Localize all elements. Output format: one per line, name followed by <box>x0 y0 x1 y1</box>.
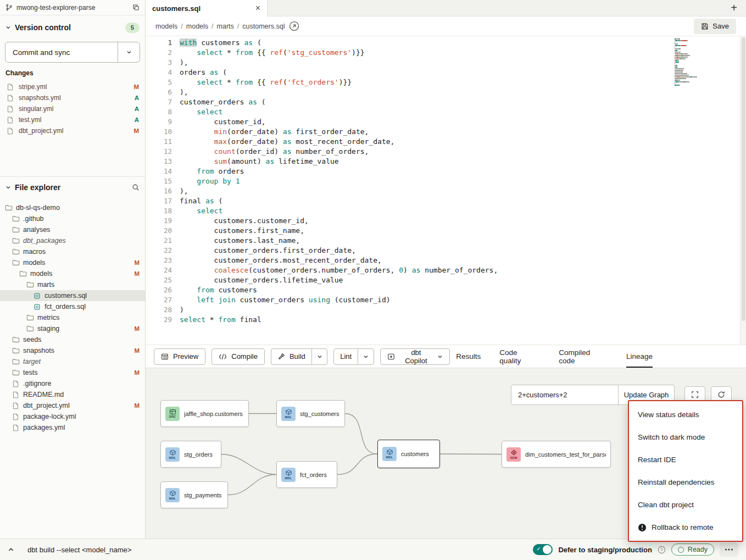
status-badge: Ready <box>671 544 714 556</box>
change-row[interactable]: snapshots.ymlA <box>0 92 145 103</box>
minimap[interactable] <box>675 38 708 86</box>
code-line: group by 1 <box>180 176 746 186</box>
tree-item-snapshots[interactable]: snapshotsM <box>0 345 145 356</box>
code-content[interactable]: with customers as ( select * from {{ ref… <box>180 36 746 345</box>
search-icon[interactable] <box>132 184 140 191</box>
folder-icon <box>12 248 20 256</box>
tree-item-name: packages.yml <box>23 424 65 431</box>
save-button[interactable]: Save <box>694 19 736 34</box>
chevron-up-icon[interactable] <box>8 546 14 553</box>
tree-item-marts[interactable]: marts <box>0 279 145 290</box>
lineage-node-fct_orders[interactable]: MDLfct_orders <box>276 461 337 488</box>
file-explorer-header[interactable]: File explorer <box>0 178 145 197</box>
menu-item-label: Switch to dark mode <box>638 433 705 441</box>
lint-options-dropdown[interactable] <box>358 349 374 364</box>
build-options-dropdown[interactable] <box>311 349 327 364</box>
tree-item-readme-md[interactable]: README.md <box>0 389 145 400</box>
help-icon[interactable]: ? <box>658 546 666 554</box>
command-hint[interactable]: dbt build --select <model_name> <box>27 546 131 554</box>
lint-label: Lint <box>340 352 352 361</box>
code-line: coalesce(customer_orders.number_of_order… <box>180 265 746 275</box>
tab-title: customers.sql <box>152 4 251 13</box>
mdl-node-icon: MDL <box>382 447 397 461</box>
tree-item-macros[interactable]: macros <box>0 246 145 257</box>
breadcrumb-segment[interactable]: models <box>186 23 208 30</box>
tree-item-dbt-packages[interactable]: dbt_packages <box>0 235 145 246</box>
tab-results[interactable]: Results <box>456 345 481 368</box>
tree-item--github[interactable]: .github <box>0 213 145 224</box>
tab-compiled-code[interactable]: Compiled code <box>559 345 608 368</box>
code-line: customer_orders.lifetime_value <box>180 275 746 285</box>
preview-button[interactable]: Preview <box>154 348 205 365</box>
git-status-badge: M <box>133 84 139 90</box>
tree-item-target[interactable]: target <box>0 356 145 367</box>
version-control-header[interactable]: Version control 5 <box>0 18 145 37</box>
menu-item-label: View status details <box>638 411 699 419</box>
tab-customers-sql[interactable]: customers.sql × <box>146 0 268 16</box>
lineage-node-dim[interactable]: SEMdim_customers_test_for_parse <box>502 441 611 468</box>
build-button[interactable]: Build <box>271 349 311 364</box>
defer-toggle[interactable]: ✓ <box>533 544 553 555</box>
menu-item-rollback-to-remote[interactable]: Rollback to remote <box>629 516 742 539</box>
breadcrumb-segment[interactable]: marts <box>217 23 234 30</box>
chevron-down-icon <box>437 354 443 359</box>
folder-icon <box>12 369 20 376</box>
tree-item-db-sl-qs-demo[interactable]: db-sl-qs-demo <box>0 202 145 213</box>
tab-code-quality[interactable]: Code quality <box>499 345 540 368</box>
lineage-node-stg_customers[interactable]: MDLstg_customers <box>276 400 345 427</box>
change-row[interactable]: stripe.ymlM <box>0 81 145 92</box>
folder-icon <box>12 336 20 343</box>
tree-item-packages-yml[interactable]: packages.yml <box>0 422 145 433</box>
change-row[interactable]: dbt_project.ymlM <box>0 125 145 136</box>
tree-item-models[interactable]: modelsM <box>0 257 145 268</box>
breadcrumb-segment[interactable]: models <box>155 23 177 30</box>
tree-item-name: db-sl-qs-demo <box>16 204 60 212</box>
change-row[interactable]: singular.ymlA <box>0 103 145 114</box>
change-file-name: test.yml <box>19 116 130 124</box>
menu-item-switch-to-dark-mode[interactable]: Switch to dark mode <box>629 426 742 448</box>
tree-item--gitignore[interactable]: .gitignore <box>0 378 145 389</box>
menu-item-view-status-details[interactable]: View status details <box>629 403 742 426</box>
code-line: customer_orders.most_recent_order_date, <box>180 256 746 265</box>
dbt-cloud-ide: mwong-test-explorer-parse Version contro… <box>0 0 746 560</box>
tree-item-fct-orders-sql[interactable]: fct_orders.sql <box>0 301 145 312</box>
tree-item-seeds[interactable]: seeds <box>0 334 145 345</box>
tree-item-analyses[interactable]: analyses <box>0 224 145 235</box>
close-tab-icon[interactable]: × <box>255 4 260 13</box>
tree-item-name: tests <box>23 369 37 376</box>
tree-item-staging[interactable]: stagingM <box>0 323 145 334</box>
menu-item-clean-dbt-project[interactable]: Clean dbt project <box>629 494 742 516</box>
dbt-copilot-button[interactable]: dbt Copilot <box>380 348 450 365</box>
change-row[interactable]: test.ymlA <box>0 114 145 125</box>
lineage-node-stg_orders[interactable]: MDLstg_orders <box>160 441 221 468</box>
code-line: sum(amount) as lifetime_value <box>180 157 746 167</box>
tree-item-dbt-project-yml[interactable]: dbt_project.ymlM <box>0 400 145 411</box>
tree-item-package-lock-yml[interactable]: package-lock.yml <box>0 411 145 422</box>
lineage-node-jaffle[interactable]: SRCjaffle_shop.customers <box>160 400 249 427</box>
commit-and-sync-label[interactable]: Commit and sync <box>5 42 118 62</box>
compile-button[interactable]: Compile <box>211 348 265 365</box>
version-control-title: Version control <box>15 23 71 32</box>
editor-scrollbar[interactable] <box>740 36 746 345</box>
preview-label: Preview <box>173 352 198 361</box>
menu-item-restart-ide[interactable]: Restart IDE <box>629 448 742 471</box>
tree-item-metrics[interactable]: metrics <box>0 312 145 323</box>
tab-lineage[interactable]: Lineage <box>626 345 653 368</box>
folder-icon <box>26 281 34 289</box>
tree-item-models[interactable]: modelsM <box>0 268 145 279</box>
tree-item-tests[interactable]: testsM <box>0 367 145 378</box>
lineage-node-customers[interactable]: MDLcustomers <box>377 440 440 468</box>
commit-options-dropdown[interactable] <box>118 42 140 62</box>
menu-item-reinstall-dependencies[interactable]: Reinstall dependencies <box>629 471 742 494</box>
lineage-selector-input[interactable] <box>511 385 619 405</box>
lineage-node-stg_payments[interactable]: MDLstg_payments <box>160 481 228 508</box>
file-icon <box>12 424 20 431</box>
lint-button[interactable]: Lint <box>334 349 358 364</box>
copy-icon[interactable] <box>132 4 140 11</box>
more-options-button[interactable] <box>720 542 738 557</box>
tree-item-customers-sql[interactable]: customers.sql <box>0 290 145 301</box>
breadcrumb-segment[interactable]: customers.sql <box>242 23 285 30</box>
open-in-explorer-icon[interactable] <box>289 21 299 31</box>
code-editor[interactable]: 1234567891011121314151617181920212223242… <box>146 36 746 345</box>
new-tab-button[interactable]: + <box>722 0 746 16</box>
